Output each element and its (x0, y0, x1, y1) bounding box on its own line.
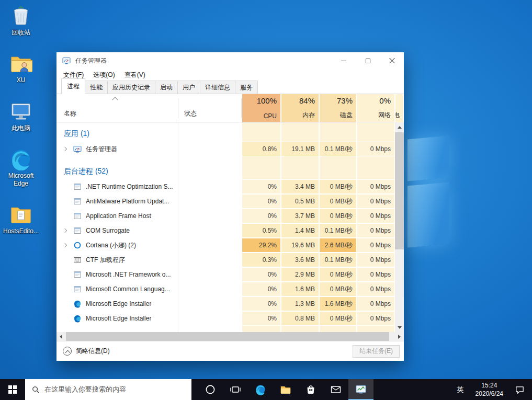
task-manager-app-icon (62, 56, 71, 65)
task-view-icon (230, 384, 241, 395)
close-button[interactable] (380, 52, 404, 69)
scroll-left-button[interactable] (56, 332, 65, 341)
desktop-icon-this-pc[interactable]: 此电脑 (2, 100, 40, 132)
cell-disk: 1.6 MB/秒 (319, 296, 357, 311)
taskbar-task-view-button[interactable] (223, 379, 248, 400)
column-header-status[interactable]: 状态 (184, 109, 197, 118)
menu-view[interactable]: 查看(V) (120, 69, 150, 81)
column-header-cpu[interactable]: 100%CPU (242, 94, 281, 122)
start-button[interactable] (0, 379, 25, 400)
mail-icon (330, 384, 342, 395)
process-row[interactable]: AntiMalware Platform Updat...0%0.5 MB0 M… (56, 194, 395, 209)
maximize-icon (366, 59, 370, 63)
column-header-disk[interactable]: 73%磁盘 (319, 94, 357, 122)
language-indicator[interactable]: 英 (451, 385, 470, 394)
desktop-icon-recycle-bin[interactable]: 回收站 (2, 4, 40, 36)
scroll-down-button[interactable] (395, 323, 404, 332)
taskbar-task-manager-button[interactable] (348, 379, 373, 400)
column-header-mem[interactable]: 84%内存 (281, 94, 319, 122)
maximize-button[interactable] (356, 52, 380, 69)
column-header-name[interactable]: 名称 (64, 109, 76, 118)
taskbar-clock[interactable]: 15:24 2020/6/24 (470, 381, 508, 398)
process-row[interactable]: .NET Runtime Optimization S...0%3.4 MB0 … (56, 179, 395, 194)
cell-disk: 0 MB/秒 (319, 267, 357, 282)
cell-net: 0 Mbps (357, 142, 395, 156)
expand-chevron-icon[interactable] (63, 243, 67, 247)
minimize-button[interactable] (332, 52, 356, 69)
expand-chevron-icon[interactable] (63, 147, 67, 151)
process-row[interactable]: Application Frame Host0%3.7 MB0 MB/秒0 Mb… (56, 209, 395, 223)
cell-cpu: 0% (242, 179, 281, 194)
horizontal-scrollbar-thumb[interactable] (66, 332, 389, 341)
taskbar-cortana-button[interactable] (198, 379, 223, 400)
column-usage-mem: 84% (299, 96, 315, 105)
vertical-scrollbar-thumb[interactable] (395, 132, 404, 249)
window-controls (332, 52, 404, 69)
fewer-details-toggle[interactable]: 简略信息(D) (63, 347, 110, 356)
cell-mem: 3.7 MB (281, 209, 319, 223)
process-row[interactable]: COM Surrogate0.5%1.4 MB0.1 MB/秒0 Mbps (56, 223, 395, 238)
scroll-right-button[interactable] (395, 332, 404, 341)
cell-disk: 0 MB/秒 (319, 311, 357, 326)
action-center-button[interactable] (508, 385, 532, 395)
cell-net: 0 Mbps (357, 194, 395, 209)
tab-users[interactable]: 用户 (177, 81, 200, 94)
process-row[interactable]: Cortana (小娜) (2)29.2%19.6 MB2.6 MB/秒0 Mb… (56, 238, 395, 253)
process-row[interactable]: Microsoft .NET Framework o...0%2.9 MB0 M… (56, 267, 395, 282)
cell-disk: 0 MB/秒 (319, 282, 357, 296)
process-row[interactable]: 任务管理器0.8%19.1 MB0.1 MB/秒0 Mbps (56, 142, 395, 156)
process-row[interactable]: CTF 加载程序0.3%3.6 MB0.1 MB/秒0 Mbps (56, 253, 395, 267)
cortana-icon (205, 384, 216, 395)
taskbar-mail-button[interactable] (323, 379, 348, 400)
generic-icon (73, 212, 82, 220)
edge-icon (255, 384, 266, 395)
tab-app-history[interactable]: 应用历史记录 (107, 81, 155, 94)
process-group-header[interactable]: 后台进程 (52) (56, 164, 395, 179)
scroll-up-button[interactable] (395, 123, 404, 132)
cell-mem: 1.4 MB (281, 223, 319, 238)
process-name: Application Frame Host (86, 209, 151, 223)
taskbar-store-button[interactable] (298, 379, 323, 400)
store-icon (305, 384, 316, 395)
desktop: 回收站XU此电脑Microsoft EdgeHostsEdito... 任务管理… (0, 0, 532, 379)
cell-mem: 3.6 MB (281, 253, 319, 267)
process-name: CTF 加载程序 (86, 253, 125, 267)
cell-mem: 0.8 MB (281, 311, 319, 326)
generic-icon (73, 226, 82, 235)
title-bar[interactable]: 任务管理器 (56, 52, 404, 69)
tab-details[interactable]: 详细信息 (200, 81, 235, 94)
cell-net: 0 Mbps (357, 267, 395, 282)
taskbar-edge-button[interactable] (248, 379, 273, 400)
column-header-power[interactable]: 电 (395, 94, 404, 122)
tab-performance[interactable]: 性能 (85, 81, 108, 94)
tab-processes[interactable]: 进程 (61, 78, 85, 94)
column-header-net[interactable]: 0%网络 (357, 94, 395, 122)
chevron-up-circle-icon (63, 347, 72, 356)
sort-ascending-icon (112, 97, 118, 102)
vertical-scrollbar[interactable] (395, 123, 404, 332)
wallpaper-windows-logo-pane (408, 136, 449, 181)
process-name: Microsoft .NET Framework o... (86, 267, 171, 282)
tab-services[interactable]: 服务 (235, 81, 258, 94)
cell-cpu: 0% (242, 194, 281, 209)
desktop-icon-hosts-editor[interactable]: HostsEdito... (2, 203, 40, 235)
action-center-icon (515, 385, 525, 395)
cell-net: 0 Mbps (357, 179, 395, 194)
process-group-header[interactable]: 应用 (1) (56, 126, 395, 142)
horizontal-scrollbar[interactable] (56, 332, 404, 341)
cell-disk: 0 MB/秒 (319, 194, 357, 209)
windows-logo-icon (8, 385, 17, 394)
process-row[interactable]: Microsoft Common Languag...0%1.6 MB0 MB/… (56, 282, 395, 296)
cell-mem: 3.4 MB (281, 179, 319, 194)
hosts-editor-icon (9, 203, 32, 226)
taskbar-file-explorer-button[interactable] (273, 379, 298, 400)
tab-startup[interactable]: 启动 (155, 81, 178, 94)
desktop-icon-xu-folder[interactable]: XU (2, 52, 40, 84)
menu-options[interactable]: 选项(O) (88, 69, 119, 81)
taskbar-search-box[interactable]: 在这里输入你要搜索的内容 (25, 379, 191, 400)
expand-chevron-icon[interactable] (63, 228, 67, 233)
process-row[interactable]: Microsoft Edge Installer0%0.8 MB0 MB/秒0 … (56, 311, 395, 326)
end-task-button[interactable]: 结束任务(E) (353, 345, 400, 358)
process-row[interactable]: Microsoft Edge Installer0%1.3 MB1.6 MB/秒… (56, 296, 395, 311)
desktop-icon-microsoft-edge[interactable]: Microsoft Edge (2, 147, 40, 187)
